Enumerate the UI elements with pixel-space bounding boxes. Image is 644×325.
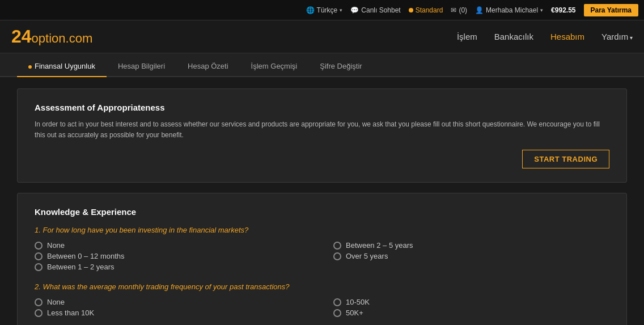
tab-dot xyxy=(28,65,32,69)
mail-icon: ✉ xyxy=(451,6,456,14)
radio-q2-none[interactable] xyxy=(35,298,43,306)
main-header: 24option.com İşlem Bankacılık Hesabım Ya… xyxy=(0,20,644,53)
nav-bankacilik[interactable]: Bankacılık xyxy=(494,32,533,41)
option-q1-1-2[interactable]: Between 1 – 2 years xyxy=(35,263,311,271)
content-area: Assessment of Appropriateness In order t… xyxy=(0,77,644,325)
chat-icon: 💬 xyxy=(350,6,359,14)
language-label: Türkçe xyxy=(317,6,338,14)
question-2: 2. What was the average monthly trading … xyxy=(35,282,609,291)
top-bar: 🌐 Türkçe ▾ 💬 Canlı Sohbet Standard ✉ (0)… xyxy=(0,0,644,20)
radio-q1-1-2[interactable] xyxy=(35,263,43,271)
tab-finansal-uygunluk[interactable]: Finansal Uygunluk xyxy=(17,56,107,77)
question-2-options: None 10-50K Less than 10K 50K+ xyxy=(35,298,609,317)
radio-q2-10-50k[interactable] xyxy=(333,298,341,306)
messages-count: (0) xyxy=(459,6,467,14)
tab-hesap-bilgileri[interactable]: Hesap Bilgileri xyxy=(107,56,176,77)
account-type-label: Standard xyxy=(416,6,443,14)
question-1-options: None Between 2 – 5 years Between 0 – 12 … xyxy=(35,241,609,271)
logo-text: option.com xyxy=(32,31,93,45)
assessment-title: Assessment of Appropriateness xyxy=(35,103,609,112)
messages-button[interactable]: ✉ (0) xyxy=(451,6,467,14)
option-q1-2-5[interactable]: Between 2 – 5 years xyxy=(333,241,609,250)
globe-icon: 🌐 xyxy=(306,6,315,14)
assessment-section: Assessment of Appropriateness In order t… xyxy=(17,88,627,183)
assessment-body: In order to act in your best interest an… xyxy=(35,119,609,141)
nav-yardim[interactable]: Yardım xyxy=(601,32,633,41)
live-chat-label: Canlı Sohbet xyxy=(361,6,400,14)
tab-islem-gecmisi[interactable]: İşlem Geçmişi xyxy=(240,56,309,77)
knowledge-title: Knowledge & Experience xyxy=(35,207,609,217)
deposit-button[interactable]: Para Yatırma xyxy=(584,4,639,16)
radio-q1-2-5[interactable] xyxy=(333,242,341,250)
main-nav: İşlem Bankacılık Hesabım Yardım xyxy=(457,32,633,41)
user-icon: 👤 xyxy=(475,6,484,14)
option-q2-10-50k[interactable]: 10-50K xyxy=(333,298,609,306)
language-arrow: ▾ xyxy=(340,7,342,13)
user-greeting: Merhaba Michael xyxy=(486,6,538,14)
language-selector[interactable]: 🌐 Türkçe ▾ xyxy=(306,6,343,14)
option-q1-over5[interactable]: Over 5 years xyxy=(333,252,609,260)
live-chat-button[interactable]: 💬 Canlı Sohbet xyxy=(350,6,400,14)
account-type-indicator: Standard xyxy=(409,6,443,14)
radio-q2-less10k[interactable] xyxy=(35,309,43,317)
start-trading-button[interactable]: START TRADING xyxy=(522,150,609,168)
knowledge-section: Knowledge & Experience 1. For how long h… xyxy=(17,193,627,325)
balance-value: €992.55 xyxy=(551,6,575,14)
option-q1-none[interactable]: None xyxy=(35,241,311,250)
user-arrow: ▾ xyxy=(540,7,543,13)
logo: 24option.com xyxy=(11,26,92,47)
user-menu[interactable]: 👤 Merhaba Michael ▾ xyxy=(475,6,543,14)
question-1: 1. For how long have you been investing … xyxy=(35,226,609,234)
radio-q1-none[interactable] xyxy=(35,242,43,250)
option-q2-less10k[interactable]: Less than 10K xyxy=(35,309,311,317)
nav-islem[interactable]: İşlem xyxy=(457,32,477,41)
standard-dot xyxy=(409,8,413,12)
logo-number: 24 xyxy=(11,26,32,47)
balance-display: €992.55 xyxy=(551,6,575,14)
tab-hesap-ozeti[interactable]: Hesap Özeti xyxy=(176,56,240,77)
radio-q1-over5[interactable] xyxy=(333,252,341,260)
option-q2-50k-plus[interactable]: 50K+ xyxy=(333,309,609,317)
radio-q2-50k-plus[interactable] xyxy=(333,309,341,317)
option-q2-none[interactable]: None xyxy=(35,298,311,306)
tab-sifre-degistir[interactable]: Şifre Değiştir xyxy=(308,56,373,77)
tabs-bar: Finansal Uygunluk Hesap Bilgileri Hesap … xyxy=(0,53,644,77)
radio-q1-0-12[interactable] xyxy=(35,252,43,260)
option-q1-0-12[interactable]: Between 0 – 12 months xyxy=(35,252,311,260)
nav-hesabim[interactable]: Hesabım xyxy=(550,32,584,41)
